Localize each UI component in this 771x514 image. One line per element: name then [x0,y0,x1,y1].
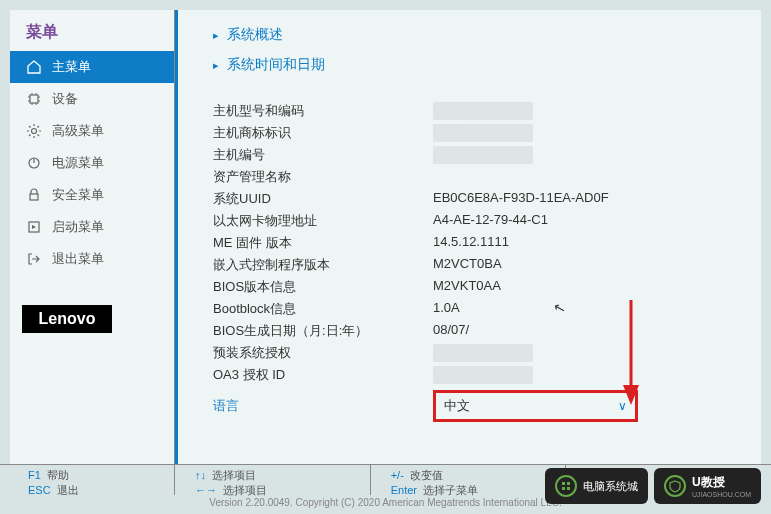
info-row: 系统UUIDEB0C6E8A-F93D-11EA-AD0F [213,188,741,210]
sidebar-item-device[interactable]: 设备 [10,83,174,115]
chip-icon [26,91,42,107]
info-row: BIOS生成日期（月:日:年）08/07/ [213,320,741,342]
info-row: Bootblock信息1.0A [213,298,741,320]
chevron-down-icon: ∨ [618,399,627,413]
info-row: 以太网卡物理地址A4-AE-12-79-44-C1 [213,210,741,232]
footer-nav2: +/-改变值 Enter选择子菜单 [371,465,567,495]
svg-rect-16 [562,482,565,485]
info-row: 资产管理名称 [213,166,741,188]
sidebar-item-label: 退出菜单 [52,250,104,268]
nav-system-datetime[interactable]: 系统时间和日期 [195,52,741,82]
badge-1: 电脑系统城 [545,468,648,504]
info-row: 主机商标标识████ [213,122,741,144]
sidebar-item-main[interactable]: 主菜单 [10,51,174,83]
shield-icon [555,475,577,497]
exit-icon [26,251,42,267]
sidebar-item-label: 电源菜单 [52,154,104,172]
svg-rect-18 [562,487,565,490]
info-row: BIOS版本信息M2VKT0AA [213,276,741,298]
sidebar-item-exit[interactable]: 退出菜单 [10,243,174,275]
footer-help: F1帮助 ESC退出 [10,465,175,495]
divider [175,10,178,464]
footer-nav1: ↑↓选择项目 ←→选择项目 [175,465,371,495]
svg-rect-0 [30,95,38,103]
info-row: 嵌入式控制程序版本M2VCT0BA [213,254,741,276]
sidebar-item-power[interactable]: 电源菜单 [10,147,174,179]
main-content: 系统概述 系统时间和日期 主机型号和编码████ 主机商标标识████ 主机编号… [175,10,761,464]
sidebar: 菜单 主菜单 设备 高级菜单 电源菜单 [10,10,175,464]
lock-icon [26,187,42,203]
home-icon [26,59,42,75]
language-row: 语言 中文 ∨ [213,386,741,426]
language-select[interactable]: 中文 ∨ [433,390,638,422]
svg-rect-17 [567,482,570,485]
sidebar-item-label: 主菜单 [52,58,91,76]
nav-system-overview[interactable]: 系统概述 [195,22,741,52]
language-value: 中文 [444,397,470,415]
sidebar-item-advanced[interactable]: 高级菜单 [10,115,174,147]
sidebar-item-label: 高级菜单 [52,122,104,140]
info-row: 主机编号████ [213,144,741,166]
gear-icon [26,123,42,139]
power-icon [26,155,42,171]
sidebar-item-label: 设备 [52,90,78,108]
boot-icon [26,219,42,235]
svg-rect-19 [567,487,570,490]
svg-rect-12 [30,194,38,200]
sidebar-item-security[interactable]: 安全菜单 [10,179,174,211]
sidebar-item-label: 启动菜单 [52,218,104,236]
watermark-badges: 电脑系统城 U教授 UJIAOSHOU.COM [545,468,761,504]
info-section: 主机型号和编码████ 主机商标标识████ 主机编号████ 资产管理名称 系… [195,100,741,426]
info-row: ME 固件 版本14.5.12.1111 [213,232,741,254]
language-label: 语言 [213,397,433,415]
info-row: OA3 授权 ID████ [213,364,741,386]
sidebar-item-boot[interactable]: 启动菜单 [10,211,174,243]
lenovo-logo: Lenovo [22,305,112,333]
info-row: 主机型号和编码████ [213,100,741,122]
badge-2: U教授 UJIAOSHOU.COM [654,468,761,504]
info-row: 预装系统授权████ [213,342,741,364]
svg-point-9 [32,129,37,134]
shield-icon [664,475,686,497]
sidebar-item-label: 安全菜单 [52,186,104,204]
menu-title: 菜单 [10,10,174,51]
